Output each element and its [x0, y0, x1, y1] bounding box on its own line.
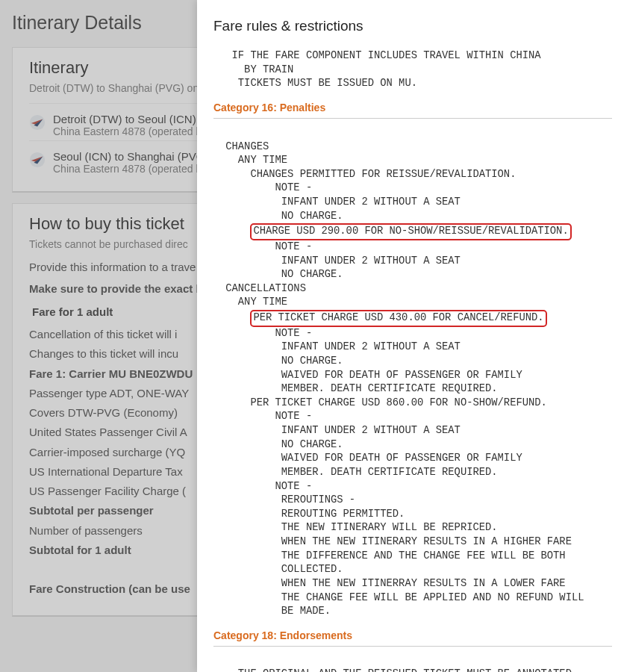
penalties-body: CHANGES ANY TIME CHANGES PERMITTED FOR R… — [213, 126, 621, 619]
category-18-heading: Category 18: Endorsements — [213, 629, 612, 647]
highlight-charge-cancel: PER TICKET CHARGE USD 430.00 FOR CANCEL/… — [250, 310, 546, 327]
highlight-charge-reissue: CHARGE USD 290.00 FOR NO-SHOW/REISSUE/RE… — [250, 223, 571, 240]
category-16-heading: Category 16: Penalties — [213, 102, 612, 119]
penalties-post: NOTE - INFANT UNDER 2 WITHOUT A SEAT NO … — [219, 328, 584, 617]
endorsements-body: THE ORIGINAL AND THE REISSUED TICKET MUS… — [213, 654, 621, 672]
penalties-pre1: CHANGES ANY TIME CHANGES PERMITTED FOR R… — [219, 141, 516, 222]
modal-title: Fare rules & restrictions — [213, 18, 621, 34]
fare-rules-modal: Fare rules & restrictions IF THE FARE CO… — [197, 0, 621, 672]
penalties-mid1: NOTE - INFANT UNDER 2 WITHOUT A SEAT NO … — [219, 241, 461, 308]
fare-rules-intro: IF THE FARE COMPONENT INCLUDES TRAVEL WI… — [213, 49, 621, 91]
